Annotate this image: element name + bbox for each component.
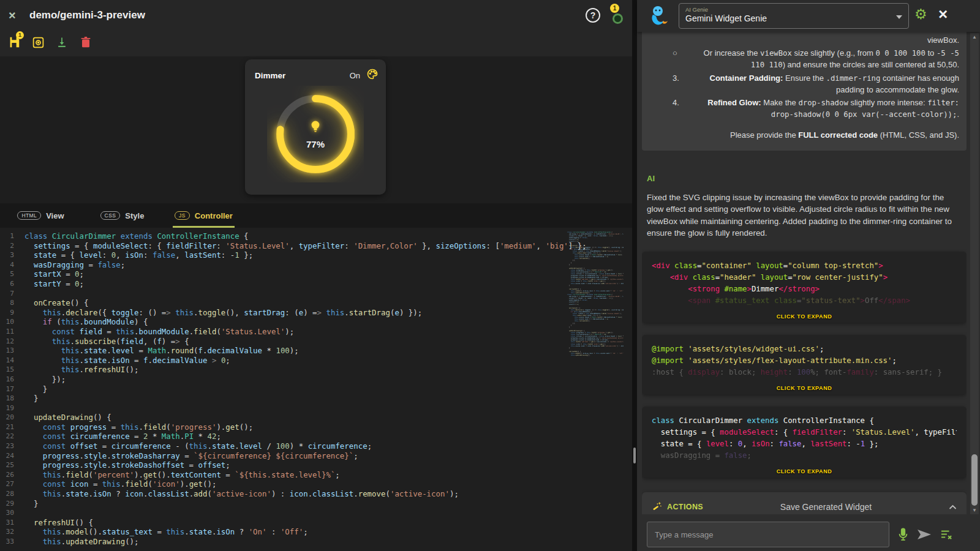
scrollbar-thumb[interactable] xyxy=(971,454,978,506)
delete-widget-button[interactable] xyxy=(78,36,94,51)
agent-select-dropdown[interactable]: AI Genie Gemini Widget Genie xyxy=(679,3,909,29)
tab-view[interactable]: HTMLView xyxy=(0,203,81,228)
close-chat-icon[interactable]: × xyxy=(938,5,948,24)
code-line[interactable]: 19 xyxy=(0,403,632,413)
click-to-expand-label[interactable]: CLICK TO EXPAND xyxy=(642,385,967,391)
chat-header: AI Genie Gemini Widget Genie ⚙ × xyxy=(637,0,980,32)
page-title: demo/gemini-3-preview xyxy=(29,9,145,21)
code-line[interactable]: 13 this.state.level = Math.round(f.decim… xyxy=(0,346,632,356)
download-widget-button[interactable] xyxy=(54,36,70,51)
code-line[interactable]: 12 this.subscribe(field, (f) => { xyxy=(0,337,632,347)
notification-badge: 1 xyxy=(610,4,619,13)
code-line[interactable]: 29 } xyxy=(0,499,632,509)
tab-label: Controller xyxy=(195,211,233,220)
scroll-up-arrow[interactable]: ▲ xyxy=(970,34,979,40)
clear-chat-icon[interactable] xyxy=(940,529,952,540)
code-line[interactable]: 28 this.state.isOn ? icon.classList.add(… xyxy=(0,489,632,499)
collapse-chevron-icon[interactable] xyxy=(949,501,957,512)
code-line[interactable]: 33 this.updateDrawing(); xyxy=(0,537,632,547)
chat-scrollbar[interactable]: ▲ ▼ xyxy=(970,33,979,514)
editor-minimap[interactable]: class CircularDimmer extends ControllerI… xyxy=(567,231,624,544)
widget-title: Dimmer xyxy=(255,71,350,80)
code-line[interactable]: 18 } xyxy=(0,394,632,403)
code-line[interactable]: 1class CircularDimmer extends Controller… xyxy=(0,231,632,241)
close-editor-icon[interactable]: × xyxy=(9,9,16,22)
tab-style[interactable]: CSSStyle xyxy=(81,203,163,228)
click-to-expand-label[interactable]: CLICK TO EXPAND xyxy=(642,468,967,474)
code-line[interactable]: 7 xyxy=(0,289,632,299)
dimmer-percent-value: 77% xyxy=(306,139,325,149)
user-message-footer: Please provide the FULL corrected code (… xyxy=(646,129,959,141)
capture-widget-button[interactable] xyxy=(30,36,46,51)
divider-handle[interactable] xyxy=(633,448,636,463)
code-line[interactable]: 15 this.refreshUI(); xyxy=(0,365,632,375)
code-line[interactable]: 2 settings = { moduleSelect: { fieldFilt… xyxy=(0,241,632,251)
click-to-expand-label[interactable]: CLICK TO EXPAND xyxy=(642,313,967,320)
magic-wand-icon xyxy=(652,501,662,514)
widget-capture-icon xyxy=(32,36,45,51)
code-line[interactable]: 32 this.model().status_text = this.state… xyxy=(0,527,632,537)
tab-badge: JS xyxy=(175,211,190,220)
code-line[interactable]: 9 this.declare({ toggle: () => this.togg… xyxy=(0,308,632,318)
tab-badge: CSS xyxy=(100,211,121,220)
chevron-down-icon xyxy=(896,15,902,19)
scroll-down-arrow[interactable]: ▼ xyxy=(970,508,979,513)
user-message: viewBox. ○Or increase the viewBox size s… xyxy=(642,32,967,151)
code-line[interactable]: 16 }); xyxy=(0,375,632,384)
send-icon[interactable] xyxy=(917,529,932,540)
actions-card: ACTIONS Save Generated Widget ✓ Auto-upd… xyxy=(642,492,967,514)
code-line[interactable]: 20 updateDrawing() { xyxy=(0,413,632,422)
help-icon[interactable]: ? xyxy=(586,8,600,23)
download-icon xyxy=(56,36,68,51)
tab-badge: HTML xyxy=(17,211,41,220)
code-line[interactable]: 24 progress.style.strokeDasharray = `${c… xyxy=(0,451,632,461)
dimmer-ring[interactable]: 77% xyxy=(267,86,364,182)
settings-gear-icon[interactable]: ⚙ xyxy=(914,6,927,23)
code-line[interactable]: 8 onCreate() { xyxy=(0,298,632,308)
editor-tabs: HTMLViewCSSStyleJSController xyxy=(0,203,632,228)
code-line[interactable]: 4 wasDragging = false; xyxy=(0,260,632,270)
palette-icon[interactable] xyxy=(366,68,379,83)
tab-label: View xyxy=(46,211,64,220)
ai-message-text: Fixed the SVG clipping issue by increasi… xyxy=(647,192,962,239)
dimmer-widget-card: Dimmer On 77% xyxy=(245,59,386,195)
controller-code-editor[interactable]: 1class CircularDimmer extends Controller… xyxy=(0,228,632,551)
code-line[interactable]: 14 this.state.isOn = f.decimalValue > 0; xyxy=(0,356,632,365)
code-line[interactable]: 6 startY = 0; xyxy=(0,279,632,289)
panel-resize-divider[interactable] xyxy=(632,0,637,551)
actions-title: ACTIONS xyxy=(667,503,703,511)
trash-icon xyxy=(80,36,91,51)
editor-toolbar: 1 xyxy=(6,34,94,53)
code-line[interactable]: 11 const field = this.boundModule.field(… xyxy=(0,327,632,337)
code-line[interactable]: 10 if (this.boundModule) { xyxy=(0,317,632,327)
code-line[interactable]: 25 progress.style.strokeDashoffset = off… xyxy=(0,460,632,470)
code-line[interactable]: 31 refreshUI() { xyxy=(0,518,632,528)
microphone-icon[interactable] xyxy=(898,528,908,541)
code-line[interactable]: 30 xyxy=(0,508,632,518)
widget-status-text: On xyxy=(350,71,360,80)
code-line[interactable]: 23 const offset = circumference - (this.… xyxy=(0,441,632,451)
code-line[interactable]: 26 this.field('percent').get().textConte… xyxy=(0,470,632,480)
agent-select-value: Gemini Widget Genie xyxy=(685,13,902,23)
tab-controller[interactable]: JSController xyxy=(163,203,244,228)
code-line[interactable]: 3 state = { level: 0, isOn: false, lastS… xyxy=(0,250,632,260)
user-message-list-item: 4.Refined Glow: Make the drop-shadow sli… xyxy=(646,97,959,120)
actions-subtitle: Save Generated Widget xyxy=(703,502,949,512)
code-line[interactable]: 17 } xyxy=(0,384,632,394)
editor-header: × demo/gemini-3-preview ? 1 1 xyxy=(0,0,632,56)
message-input[interactable] xyxy=(647,522,889,547)
chat-message-list[interactable]: viewBox. ○Or increase the viewBox size s… xyxy=(642,32,967,514)
save-widget-button[interactable]: 1 xyxy=(6,36,22,51)
ai-sender-label: AI xyxy=(647,174,967,183)
code-line[interactable]: 5 startX = 0; xyxy=(0,269,632,279)
code-line[interactable]: 21 const progress = this.field('progress… xyxy=(0,422,632,432)
widget-editor-panel: × demo/gemini-3-preview ? 1 1 xyxy=(0,0,632,551)
code-line[interactable]: 22 const circumference = 2 * Math.PI * 4… xyxy=(0,432,632,441)
chat-code-block[interactable]: class CircularDimmer extends ControllerI… xyxy=(642,407,967,478)
code-line[interactable]: 27 const icon = this.field('icon').get()… xyxy=(0,479,632,489)
tab-label: Style xyxy=(125,211,144,220)
chat-code-block[interactable]: @import 'assets/styles/widget-ui.css';@i… xyxy=(642,335,967,394)
chat-code-block[interactable]: <div class="container" layout="column to… xyxy=(642,252,967,323)
widget-preview-area: Dimmer On 77% xyxy=(0,56,632,203)
user-message-text: viewBox. xyxy=(646,34,959,46)
